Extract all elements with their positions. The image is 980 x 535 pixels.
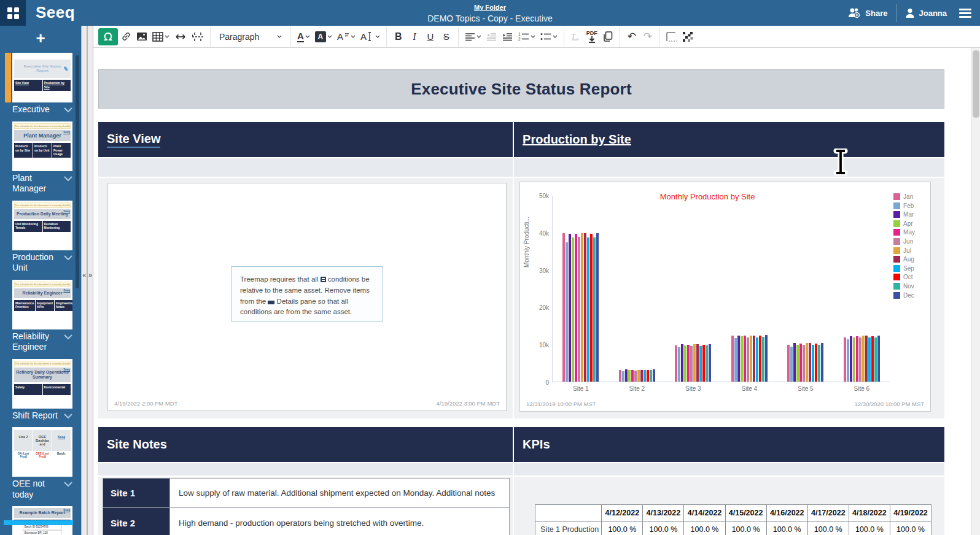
kpi-date-header: 4/16/2022 — [766, 505, 807, 522]
collapse-sidebar-button[interactable]: « — [82, 271, 87, 279]
kpi-date-header: 4/19/2022 — [890, 505, 931, 522]
bar — [637, 370, 640, 382]
site-view-link[interactable]: Site View — [107, 132, 160, 148]
kpis-pane: 4/12/20224/13/20224/14/20224/15/20224/16… — [514, 477, 944, 535]
sidebar-scrollbar[interactable] — [76, 55, 79, 288]
document-canvas[interactable]: Executive Site Status Report Site View P… — [93, 48, 949, 535]
x-axis-label: Site 6 — [834, 385, 890, 392]
italic-button[interactable]: I — [406, 28, 422, 45]
y-axis-tick: 30k — [539, 267, 549, 274]
chevron-down-icon[interactable] — [64, 252, 72, 263]
bar — [625, 369, 628, 382]
legend-item-may[interactable]: May — [893, 229, 915, 236]
numbered-list-button[interactable]: 12 — [516, 28, 538, 45]
breadcrumb[interactable]: My Folder — [474, 4, 506, 11]
expand-sidebar-button[interactable]: » — [88, 271, 93, 279]
sidebar-thumbnail-production-unit[interactable]: The schedule for this document is curren… — [12, 201, 72, 276]
legend-item-sep[interactable]: Sep — [893, 265, 915, 272]
align-button[interactable] — [462, 28, 484, 45]
underline-button[interactable]: U — [422, 28, 438, 45]
add-document-button[interactable]: + — [0, 26, 81, 50]
site-view-start-time: 4/19/2022 2:00 PM MDT — [114, 400, 178, 407]
bar — [809, 343, 811, 382]
production-by-site-link[interactable]: Production by Site — [523, 133, 631, 147]
paragraph-style-dropdown[interactable]: Paragraph — [214, 28, 287, 45]
thumbnail-label[interactable]: Reliability Engineer — [12, 329, 72, 355]
collapse-gutter-left: « — [81, 26, 87, 535]
font-size-button[interactable]: A — [335, 28, 358, 45]
thumbnail-label[interactable]: Plant Manager — [12, 171, 72, 197]
share-button[interactable]: Share — [847, 7, 887, 18]
strikethrough-button[interactable]: S — [438, 28, 454, 45]
indent-button[interactable] — [500, 28, 516, 45]
outdent-button[interactable] — [484, 28, 500, 45]
bar — [821, 343, 823, 382]
legend-item-jan[interactable]: Jan — [893, 193, 915, 200]
site-note-row: Site 2High demand - production operators… — [103, 508, 509, 535]
font-family-button[interactable]: A — [358, 28, 383, 45]
sidebar-thumbnail-oee-not-today[interactable]: Line 2OEE Dashbo ardSeeqOA (Last Prod)OE… — [12, 427, 72, 502]
bar — [803, 345, 805, 382]
chart-start-time: 12/31/2019 10:00 PM MST — [526, 401, 596, 407]
bar-group-site-5: Site 5 — [777, 196, 834, 382]
legend-item-oct[interactable]: Oct — [893, 274, 915, 280]
thumbnail-label[interactable]: OEE not today — [12, 477, 72, 502]
chevron-down-icon[interactable] — [64, 173, 72, 184]
report-title: Executive Site Status Report — [411, 80, 632, 99]
x-axis-label: Site 2 — [609, 385, 666, 392]
user-menu[interactable]: Joanna — [905, 8, 947, 18]
legend-item-jul[interactable]: Jul — [893, 247, 915, 254]
page-break-button[interactable] — [189, 28, 206, 45]
chevron-down-icon[interactable] — [64, 479, 72, 490]
fixed-width-button[interactable] — [172, 28, 189, 45]
insert-table-button[interactable] — [150, 28, 172, 45]
thumbnail-label[interactable]: Shift Report — [12, 409, 72, 424]
chevron-down-icon[interactable] — [64, 104, 72, 115]
sidebar-thumbnail-shift-report[interactable]: The schedule for this document is curren… — [12, 359, 72, 424]
thumbnail-label[interactable]: Production Unit — [12, 250, 72, 276]
app-switcher-button[interactable] — [0, 0, 26, 26]
link-icon — [121, 31, 131, 42]
legend-item-dec[interactable]: Dec — [893, 292, 915, 299]
legend-item-aug[interactable]: Aug — [893, 256, 915, 263]
undo-button[interactable]: ↶ — [624, 28, 640, 45]
legend-item-jun[interactable]: Jun — [893, 238, 915, 245]
share-users-icon — [847, 7, 861, 18]
chevron-down-icon[interactable] — [64, 410, 72, 421]
copy-document-button[interactable] — [600, 28, 616, 45]
sidebar-thumbnail-reliability-engineer[interactable]: The schedule for this document is curren… — [12, 280, 72, 355]
export-pdf-button[interactable]: PDF — [584, 28, 600, 45]
document-sidebar: + Executive Site Status Report✎Site View… — [0, 26, 81, 535]
chevron-down-icon — [277, 35, 282, 38]
legend-item-mar[interactable]: Mar — [893, 211, 915, 218]
redo-button[interactable]: ↷ — [640, 28, 656, 45]
fix-tables-button[interactable] — [680, 28, 696, 45]
outdent-icon — [486, 33, 497, 41]
legend-item-nov[interactable]: Nov — [893, 283, 915, 290]
main-scrollbar[interactable] — [971, 48, 980, 535]
insert-seeq-content-button[interactable] — [98, 28, 118, 45]
thumbnail-label[interactable]: Executive — [12, 102, 72, 118]
sidebar-thumbnail-executive[interactable]: Executive Site Status Report✎Site ViewPr… — [12, 53, 72, 118]
sidebar-thumbnail-plant-manager[interactable]: The schedule for this document is curren… — [12, 121, 72, 197]
hamburger-menu-button[interactable] — [955, 6, 975, 20]
bar-group-site-1: Site 1 — [553, 196, 609, 382]
background-color-button[interactable]: A — [313, 28, 335, 45]
share-label: Share — [865, 9, 887, 18]
bullet-list-button[interactable] — [538, 28, 560, 45]
chevron-down-icon[interactable] — [64, 331, 72, 342]
bar — [871, 336, 874, 382]
x-axis-label: Site 4 — [721, 385, 778, 392]
bold-button[interactable]: B — [391, 28, 406, 45]
main-scrollbar-thumb[interactable] — [973, 50, 979, 118]
clear-formatting-button[interactable]: Tx — [568, 28, 584, 45]
bar — [756, 337, 758, 382]
font-color-button[interactable]: A — [295, 28, 313, 45]
insert-image-button[interactable] — [134, 28, 150, 45]
section-header-kpis: KPIs — [514, 427, 944, 462]
legend-item-feb[interactable]: Feb — [893, 202, 915, 209]
legend-item-apr[interactable]: Apr — [893, 220, 915, 227]
border-style-button[interactable] — [664, 28, 680, 45]
bar-group-site-3: Site 3 — [665, 196, 721, 382]
insert-link-button[interactable] — [118, 28, 134, 45]
